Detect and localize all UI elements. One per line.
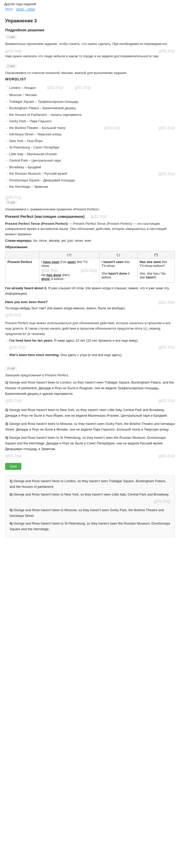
year-range[interactable]: 2016 – 2018 [16, 7, 35, 11]
wordlist-title: WORDLIST [5, 77, 175, 81]
step-2-text: Ознакомимся со списком полезной лексики,… [5, 70, 175, 76]
watermark-ans2: gdz.top [154, 497, 171, 505]
watermark-wl5: gdz.top [158, 171, 175, 177]
example1: I've already heard about it. Я уже слыша… [5, 286, 175, 297]
exercise-title: Упражнение 3 [5, 18, 175, 24]
step-4-intro: Запишем предложения в Present Perfect. [5, 373, 175, 378]
step-3-block: gdz.top 3 шаг Ознакомимся с грамматическ… [5, 195, 175, 358]
table-header-row [5, 251, 39, 258]
step-1-block: 1 шаг Внимательно прочитаем задание, что… [5, 35, 175, 59]
word-dvortsovaya: Dvortsovaya Square – Дворцовая площадь [5, 177, 175, 184]
obrazovanie-label: Образование: [5, 245, 175, 249]
pp-definition: Present Perfect Tense (Present Perfect) … [5, 221, 175, 237]
watermark-s4a: gdz.top [5, 452, 22, 460]
word-newyork: New York – Нью-Йорк [5, 138, 175, 144]
watermark-s1a: gdz.top [5, 397, 22, 405]
table-cell-question: Has she seen this TV-show before? Yes, s… [137, 258, 175, 283]
watermark-3a: gdz.top [5, 195, 22, 200]
word-broadway: Broadway – Бродвей [5, 164, 175, 170]
step-3-intro: Ознакомимся с грамматическим правилом «P… [5, 207, 175, 212]
answer-block: 1) George and Rose haven't been to Londo… [5, 475, 175, 537]
step-4-block: 4 шаг Запишем предложения в Present Perf… [5, 362, 175, 537]
step-1-label: 1 шаг [5, 35, 17, 39]
word-hermitage: the Hermitage – Эрмитаж [5, 183, 175, 190]
answer-4: 4) George and Rose haven't been to St Pe… [9, 521, 171, 532]
watermark-wl3: gdz.top [103, 125, 120, 130]
watermark-s4b: gdz.top [158, 452, 175, 460]
start-button[interactable]: Start [5, 463, 21, 470]
step4-sentence-1: 1) George and Rose haven't been to Londo… [5, 380, 175, 405]
main-content: Упражнение 3 Подробное решение 1 шаг Вни… [0, 14, 180, 541]
solution-title: Подробное решение [5, 28, 175, 32]
watermark-wl4: gdz.top [158, 125, 175, 130]
word-centralpark: Central Park – Центральный парк [5, 157, 175, 164]
top-bar: Другие года изданий 2014 2016 – 2018 [0, 0, 180, 14]
table-row-label: Present Perfect [5, 258, 39, 283]
pp-heading: Present Perfect (настоящее совершенное) … [5, 214, 175, 219]
table-cell-minus: I haven't seen this TV-show. She hasn't … [99, 258, 137, 283]
watermark-3d: gdz.top [5, 311, 22, 318]
word-parliament: the Houses of Parliament – палаты парлам… [5, 112, 175, 118]
step4-sentence-3: 3) George and Rose haven't been to Mosco… [5, 421, 175, 432]
table-header-plus: (+) [39, 251, 99, 258]
watermark-1a: gdz.top [5, 48, 22, 54]
answer-1: 1) George and Rose haven't been to Londo… [9, 478, 171, 490]
table-header-minus: (-) [99, 251, 137, 258]
step-4-label: 4 шаг [5, 366, 17, 371]
answer-3: 3) George and Rose haven't been to Mosco… [9, 507, 171, 519]
watermark-3b: gdz.top [91, 214, 107, 219]
watermark-table2: gdz.top [81, 268, 97, 273]
watermark-wl1: gdz.top [47, 84, 63, 91]
watermark-s1b: gdz.top [158, 397, 175, 405]
step4-sentence-4: 4) George and Rose haven't been to St Pe… [5, 435, 175, 460]
word-gorky: Gorky Park – Парк Горького [5, 118, 175, 125]
pp2-text: Present Perfect еще может использоваться… [5, 320, 175, 337]
word-iverskaya: Iverskaya Street – Тверская улица [5, 131, 175, 138]
wordlist: London – Лондон gdz.top gdz.top Moscow –… [5, 83, 175, 190]
word-stpetersburg: St Petersburg – Санкт-Петербург [5, 144, 175, 151]
year-2014[interactable]: 2014 [4, 7, 13, 12]
watermark-wl2: gdz.top [74, 84, 91, 91]
word-london: London – Лондон gdz.top gdz.top [5, 83, 175, 92]
pp-table: (+) (-) (?) Present Perfect I have seen … [5, 251, 175, 283]
word-littleitaly: Little Italy – Маленькая Италия [5, 151, 175, 157]
watermark-table1: gdz.top [41, 268, 58, 273]
step4-sentence-2: 2) George and Rose haven't been to New Y… [5, 407, 175, 418]
word-trafalgar: Trafalgar Square – Трафальгарская площад… [5, 98, 175, 105]
step-1-text1: Внимательно прочитаем задание, чтобы пон… [5, 41, 175, 47]
markers-line: Слова-маркеры: for, since, already, yet,… [5, 239, 175, 243]
example2: Have you ever been there? gdz.top Ты ког… [5, 299, 175, 318]
table-row: Present Perfect I have seen (I've seen) … [5, 258, 175, 283]
table-cell-plus: I have seen (I've seen) this TV- show. g… [39, 258, 99, 283]
years-row: 2014 2016 – 2018 [4, 7, 176, 12]
step-1-text2: Нам нужно написать что люди небыли в как… [5, 54, 175, 59]
step-2-block: 2 шаг Ознакомимся со списком полезной ле… [5, 64, 175, 190]
bullet2: She's been here since morning. Она здесь… [5, 352, 175, 358]
word-buckingham: Buckingham Palace – Букингемский дворец [5, 105, 175, 112]
answer-2: 2) George and Rose haven't been to New Y… [9, 492, 171, 505]
watermark-1b: gdz.top [158, 48, 175, 54]
table-header-question: (?) [137, 251, 175, 258]
word-moscow: Moscow – Москва [5, 92, 175, 98]
word-russianmuseum: the Russian Museum – Русский музей [6, 170, 67, 177]
bullet1: I've lived here for ten years. Я живу зд… [5, 338, 175, 351]
step-3-label: 3 шаг [5, 200, 17, 205]
step-2-label: 2 шаг [5, 64, 17, 68]
watermark-3f: gdz.top [158, 343, 175, 351]
years-label: Другие года изданий [4, 2, 176, 6]
watermark-3e: gdz.top [9, 343, 26, 351]
watermark-3c: gdz.top [158, 299, 175, 306]
word-bolshoi: the Bolshoi Theatre – Большой театр [6, 125, 66, 131]
